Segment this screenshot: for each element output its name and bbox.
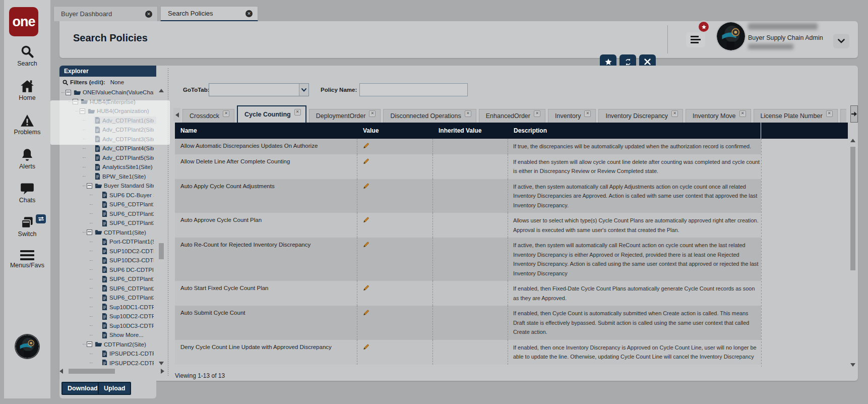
pencil-icon[interactable] <box>362 216 369 225</box>
pencil-icon[interactable] <box>362 158 369 166</box>
grid-vertical-scrollbar[interactable] <box>850 139 856 367</box>
scrollbar-thumb[interactable] <box>850 147 855 270</box>
column-header-name[interactable]: Name <box>175 123 357 139</box>
notification-star-badge[interactable] <box>699 22 709 32</box>
tree-node-adv-cdtplant2-site[interactable]: Adv_CDTPlant2(Site) <box>59 125 156 135</box>
tree-node-adv-cdtplant5-site[interactable]: Adv_CDTPlant5(Site) <box>59 153 156 163</box>
tree-node-ipsupdc2-cdtplant[interactable]: IPSUPDC2-CDTPlant <box>59 359 156 366</box>
scroll-down-arrow-icon[interactable] <box>850 363 855 367</box>
close-icon[interactable]: ✕ <box>826 110 833 117</box>
collapse-toggle-icon[interactable] <box>87 183 92 189</box>
collapse-toggle-icon[interactable] <box>80 108 85 114</box>
explorer-horizontal-scrollbar[interactable] <box>59 368 164 374</box>
collapse-toggle-icon[interactable] <box>73 99 78 104</box>
filters-edit-link[interactable]: edit <box>91 79 101 85</box>
tree-node-hub4-organization[interactable]: HUB4(Organization) <box>59 106 156 116</box>
tree-node-adv-cdtplant3-site[interactable]: Adv_CDTPlant3(Site) <box>59 135 156 144</box>
tabs-scroll-left-button[interactable] <box>173 108 180 122</box>
tree-node-sup6-cdtplant2-cd[interactable]: SUP6_CDTPlant2-CD <box>59 284 156 294</box>
policy-tab-inventory[interactable]: Inventory✕ <box>548 109 596 123</box>
sidebar-item-switch[interactable]: Switch <box>4 216 50 238</box>
scroll-left-arrow-icon[interactable] <box>59 369 63 374</box>
close-icon[interactable]: ✕ <box>369 110 376 117</box>
close-icon[interactable]: ✕ <box>584 110 591 117</box>
policy-name-input[interactable] <box>359 83 468 96</box>
policy-tab-enhancedorder[interactable]: EnhancedOrder✕ <box>479 109 545 123</box>
policy-tab-inventory-move[interactable]: Inventory Move✕ <box>686 109 751 123</box>
collapse-toggle-icon[interactable] <box>66 90 71 95</box>
close-icon[interactable]: ✕ <box>245 10 253 17</box>
tree-node-bpw-site1-site[interactable]: BPW_Site1(Site) <box>59 172 156 182</box>
close-icon[interactable]: ✕ <box>465 110 471 117</box>
select-chevron[interactable] <box>299 84 308 96</box>
workspace-tab-search-policies[interactable]: Search Policies✕ <box>160 6 258 22</box>
tree-node-sup6-cdtplant3-bu[interactable]: SUP6_CDTPlant3-Bu <box>59 218 156 228</box>
policy-tab-disconnected-operations[interactable]: Disconnected Operations✕ <box>383 109 476 123</box>
tree-node-sup10dc2-cdtplant[interactable]: Sup10DC2-CDTPlant <box>59 312 156 321</box>
tabs-scroll-right-button[interactable] <box>850 105 858 123</box>
tree-node-adv-cdtplant4-site[interactable]: Adv_CDTPlant4(Site) <box>59 144 156 153</box>
close-icon[interactable]: ✕ <box>534 110 540 117</box>
policy-tab-license-plate-number[interactable]: License Plate Number✕ <box>754 109 838 123</box>
tree-node-sup10dc1-cdtplant[interactable]: Sup10DC1-CDTPlant <box>59 303 156 312</box>
scrollbar-thumb[interactable] <box>159 243 164 259</box>
scroll-down-arrow-icon[interactable] <box>159 362 164 365</box>
header-menu-button[interactable] <box>686 32 705 47</box>
policy-tab-crossdock[interactable]: Crossdock✕ <box>182 109 234 123</box>
tree-node-hub4-enterprise[interactable]: HUB4(Enterprise) <box>59 97 156 107</box>
column-header-value[interactable]: Value <box>357 123 433 139</box>
collapse-toggle-icon[interactable] <box>87 341 92 347</box>
tree-node-adv-cdtplant1-site[interactable]: Adv_CDTPlant1(Site) <box>59 116 156 126</box>
collapse-toggle-icon[interactable] <box>87 229 92 235</box>
user-avatar[interactable] <box>717 22 745 50</box>
user-menu-dropdown[interactable] <box>833 34 849 48</box>
tree-node-ipsupdc1-cdtplant[interactable]: IPSUPDC1-CDTPlant <box>59 349 156 359</box>
tree-node-sup10dc2-cdtplan[interactable]: SUP10DC2-CDTPlan <box>59 247 156 256</box>
tree-node-sup10dc3-cdtplan[interactable]: SUP10DC3-CDTPlan <box>59 256 156 265</box>
tree-node-sup6-dc-buyer-star[interactable]: SUP6 DC-Buyer Star <box>59 191 156 200</box>
policy-tab-logical-in[interactable]: Logical In✕ <box>840 109 846 123</box>
sidebar-item-chats[interactable]: Chats <box>4 183 50 204</box>
close-icon[interactable]: ✕ <box>145 11 152 18</box>
tree-node-sup6-cdtplant2-bu[interactable]: SUP6_CDTPlant2-Bu <box>59 209 156 219</box>
tree-node-cdtplant1-site[interactable]: CDTPlant1(Site) <box>59 228 156 238</box>
scroll-up-arrow-icon[interactable] <box>850 139 855 142</box>
scroll-up-arrow-icon[interactable] <box>159 89 164 92</box>
sidebar-item-home[interactable]: Home <box>4 80 50 101</box>
pencil-icon[interactable] <box>362 142 369 151</box>
tree-node-sup10dc3-cdtplant[interactable]: Sup10DC3-CDTPlant <box>59 321 156 331</box>
pencil-icon[interactable] <box>362 309 369 318</box>
pencil-icon[interactable] <box>362 183 369 191</box>
tree-node-sup6-dc-cdtplant1[interactable]: SUP6 DC-CDTPlant1 <box>59 265 156 275</box>
scrollbar-thumb[interactable] <box>69 369 115 374</box>
tree-node-show-more[interactable]: Show More... <box>59 330 156 340</box>
close-icon[interactable]: ✕ <box>739 110 746 117</box>
pencil-icon[interactable] <box>362 284 369 293</box>
swap-arrows-icon[interactable] <box>36 214 46 223</box>
gototab-select[interactable] <box>209 83 309 96</box>
pencil-icon[interactable] <box>362 343 369 352</box>
tree-node-analyticssite1-site[interactable]: AnalyticsSite1(Site) <box>59 162 156 172</box>
sidebar-item-problems[interactable]: Problems <box>4 114 50 136</box>
tree-node-oneivaluechain-valuechain[interactable]: ONEIValueChain(ValueChain) <box>59 88 156 97</box>
column-header-description[interactable]: Description <box>508 123 761 139</box>
close-icon[interactable]: ✕ <box>294 109 301 116</box>
panel-resize-separator[interactable] <box>168 68 168 376</box>
policy-tab-deploymentorder[interactable]: DeploymentOrder✕ <box>309 109 381 123</box>
policy-tab-inventory-discrepancy[interactable]: Inventory Discrepancy✕ <box>598 109 683 123</box>
sidebar-item-alerts[interactable]: Alerts <box>4 148 50 170</box>
tree-node-cdtplant2-site[interactable]: CDTPlant2(Site) <box>59 340 156 350</box>
tree-node-buyer-standard-site1-si[interactable]: Buyer Standard Site1(Si <box>59 181 156 191</box>
sidebar-item-menus-favs[interactable]: Menus/Favs <box>4 250 50 269</box>
tree-node-sup6-cdtplant1-cd[interactable]: SUP6_CDTPlant1-CD <box>59 274 156 284</box>
workspace-tab-buyer-dashboard[interactable]: Buyer Dashboard✕ <box>53 6 158 21</box>
one-logo[interactable]: one <box>9 7 38 36</box>
scroll-right-arrow-icon[interactable] <box>161 369 164 374</box>
explorer-vertical-scrollbar[interactable] <box>158 89 164 365</box>
tree-node-sup6-cdtplant3-cd[interactable]: SUP6_CDTPlant3-CD <box>59 293 156 303</box>
pencil-icon[interactable] <box>362 241 369 250</box>
tree-node-sup6-cdtplant1-bu[interactable]: SUP6_CDTPlant1-Bu <box>59 200 156 209</box>
tree-node-port-cdtplant1-site[interactable]: Port-CDTPlant1(Site <box>59 237 156 247</box>
policy-tab-cycle-counting[interactable]: Cycle Counting✕ <box>237 105 306 123</box>
close-icon[interactable]: ✕ <box>223 110 229 117</box>
